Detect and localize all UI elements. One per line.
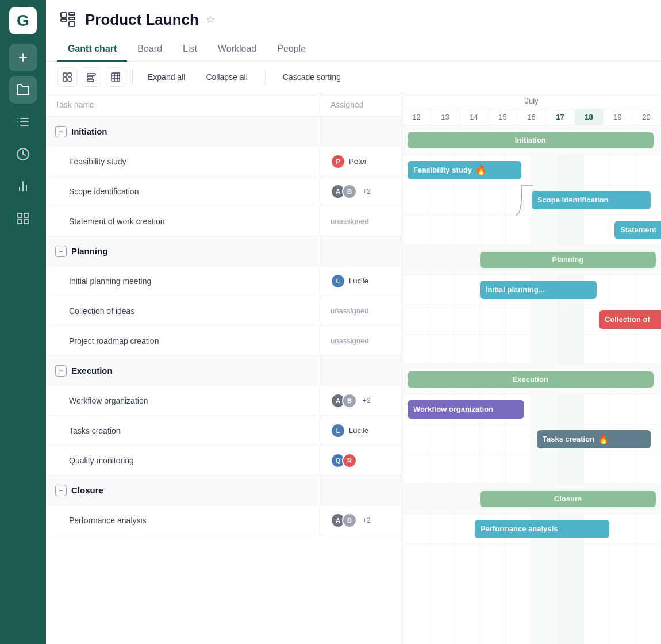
project-icon [57,9,78,30]
bar-scope[interactable]: Scope identification [532,191,651,209]
bar-feasibility[interactable]: Feasibility study 🔥 [408,161,521,179]
svg-rect-23 [87,74,95,75]
app-logo[interactable]: G [9,7,37,34]
sidebar: G + [0,0,46,644]
avatar-peter: P [330,154,345,169]
task-row-workflow: Workflow organization A B +2 [46,386,402,416]
bar-execution[interactable]: Execution [408,371,654,388]
svg-rect-10 [18,213,22,217]
bar-initiation[interactable]: Initiation [408,132,654,148]
svg-rect-20 [68,73,71,76]
bar-statement[interactable]: Statement [614,221,661,239]
bar-performance[interactable]: Performance analysis [475,520,609,538]
avatar-group-workflow: A B [330,393,357,408]
gantt-view-icon[interactable] [82,67,101,87]
group-row-closure: − Closure [46,476,402,505]
toolbar-divider-2 [265,69,266,85]
task-row-performance: Performance analysis A B +2 [46,505,402,535]
day-16: 16 [517,109,546,125]
day-15: 15 [489,109,517,125]
avatar-scope-2: B [342,184,357,199]
avatar-group-scope: A B [330,184,357,199]
sidebar-item-grid[interactable] [9,205,37,232]
project-title: Product Launch [85,11,199,29]
svg-rect-13 [24,220,28,224]
task-name-feasibility: Feasibility study [46,147,321,176]
gantt-row-roadmap [402,335,661,365]
expand-all-button[interactable]: Expand all [140,69,193,85]
assign-roadmap: unassigned [321,326,402,355]
avatar-lucile-2: L [330,423,345,438]
gantt-container: Task name Assigned − Initiation Feasibil… [46,93,661,644]
gantt-row-scope: Scope identification [402,185,661,215]
tab-people[interactable]: People [267,38,316,62]
task-row-planning-meeting: Initial planning meeting L Lucile [46,266,402,296]
svg-rect-26 [112,73,120,81]
tab-gantt[interactable]: Gantt chart [57,38,127,62]
svg-rect-22 [68,78,71,81]
sidebar-item-chart[interactable] [9,172,37,200]
bar-tasks-creation[interactable]: Tasks creation 🔥 [537,430,651,448]
task-name-collection: Collection of ideas [46,296,321,325]
avatar-perf-2: B [342,513,357,528]
svg-rect-24 [87,76,93,78]
gantt-body: Initiation Feasibility study 🔥 [402,125,661,644]
bar-planning[interactable]: Planning [480,252,656,268]
group-assign-closure [321,476,402,505]
day-12: 12 [402,109,431,125]
collapse-initiation[interactable]: − [55,126,67,137]
assign-quality: Q R [321,446,402,475]
collapse-planning[interactable]: − [55,246,67,257]
collapse-closure[interactable]: − [55,485,67,496]
assign-collection: unassigned [321,296,402,325]
collapse-execution[interactable]: − [55,365,67,377]
sidebar-item-folder[interactable] [9,76,37,103]
assign-feasibility: P Peter [321,147,402,176]
group-row-planning: − Planning [46,236,402,266]
checklist-view-icon[interactable] [57,67,77,87]
sidebar-item-add[interactable]: + [9,44,37,71]
task-name-roadmap: Project roadmap creation [46,326,321,355]
task-row-tasks-creation: Tasks creation L Lucile [46,416,402,446]
group-name-closure: − Closure [46,476,321,505]
tab-workload[interactable]: Workload [207,38,267,62]
svg-rect-16 [69,13,75,15]
task-name-tasks-creation: Tasks creation [46,416,321,445]
task-name-header: Task name [46,93,321,116]
sidebar-item-clock[interactable] [9,140,37,168]
gantt-row-quality [402,454,661,484]
avatar-group-quality: Q R [330,453,357,468]
toolbar-divider-1 [132,69,133,85]
day-18: 18 [575,109,604,125]
group-assign-initiation [321,117,402,146]
collapse-all-button[interactable]: Collapse all [198,69,255,85]
svg-rect-18 [69,22,75,26]
favorite-icon[interactable]: ☆ [206,13,215,26]
task-name-statement: Statement of work creation [46,206,321,236]
bar-workflow[interactable]: Workflow organization [408,400,524,419]
left-panel: Task name Assigned − Initiation Feasibil… [46,93,402,644]
main-content: Product Launch ☆ Gantt chart Board List … [46,0,661,644]
day-13: 13 [431,109,460,125]
task-name-quality: Quality monitoring [46,446,321,475]
tab-list[interactable]: List [172,38,207,62]
task-name-workflow: Workflow organization [46,386,321,415]
group-name-planning: − Planning [46,236,321,266]
gantt-row-collection: Collection of [402,305,661,335]
day-14: 14 [460,109,489,125]
bar-collection[interactable]: Collection of [599,310,661,329]
sidebar-item-list[interactable] [9,108,37,136]
tab-board[interactable]: Board [127,38,172,62]
table-view-icon[interactable] [106,67,125,87]
group-assign-planning [321,236,402,266]
svg-rect-25 [87,79,94,81]
task-row-quality: Quality monitoring Q R [46,446,402,476]
gantt-header: July 12 13 14 15 16 17 18 19 20 21 [402,93,661,125]
gantt-row-closure-group: Closure [402,484,661,514]
bar-closure[interactable]: Closure [480,491,656,507]
bar-planning-meeting[interactable]: Initial planning... [480,281,597,299]
group-row-execution: − Execution [46,356,402,386]
cascade-sorting-button[interactable]: Cascade sorting [275,69,349,85]
svg-rect-12 [18,220,22,224]
task-name-scope: Scope identification [46,177,321,206]
